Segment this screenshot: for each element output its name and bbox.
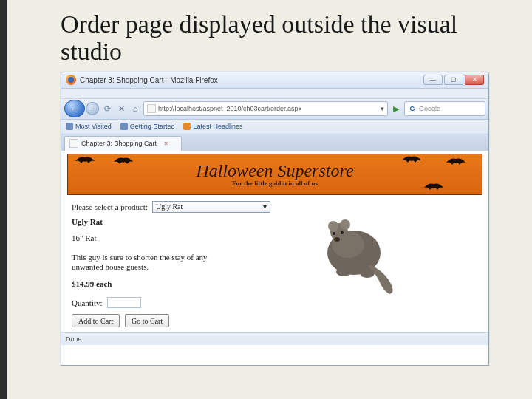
url-dropdown-icon[interactable]: ▾	[381, 105, 384, 112]
quantity-label: Quantity:	[72, 299, 103, 307]
reload-button[interactable]: ⟳	[101, 103, 113, 115]
product-price: $14.99 each	[72, 279, 478, 288]
product-select[interactable]: Ugly Rat ▾	[152, 201, 270, 213]
svg-point-7	[334, 237, 340, 242]
svg-point-3	[328, 221, 338, 231]
rss-icon	[183, 123, 191, 130]
window-buttons: — ▢ ✕	[423, 75, 484, 85]
selected-option: Ugly Rat	[156, 202, 183, 211]
home-icon: ⌂	[133, 104, 138, 113]
back-button[interactable]: ←	[64, 100, 85, 117]
menu-bar[interactable]	[61, 89, 488, 99]
bat-icon	[74, 156, 96, 166]
search-box[interactable]: G Google	[404, 101, 485, 116]
bookmark-getting-started[interactable]: Getting Started	[120, 123, 175, 130]
stop-button[interactable]: ✕	[115, 103, 127, 115]
navigation-toolbar: ← → ⟳ ✕ ⌂ http://localhost/aspnet_2010/c…	[61, 99, 488, 120]
tab-shopping-cart[interactable]: Chapter 3: Shopping Cart ×	[64, 136, 182, 151]
forward-button[interactable]: →	[86, 102, 99, 115]
search-placeholder: Google	[419, 105, 440, 112]
bookmark-most-visited[interactable]: Most Visited	[66, 123, 112, 130]
tab-label: Chapter 3: Shopping Cart	[81, 140, 157, 147]
forward-arrow-icon: →	[89, 105, 96, 112]
back-arrow-icon: ←	[70, 103, 79, 114]
bookmark-icon	[120, 123, 128, 130]
svg-point-10	[330, 258, 342, 265]
button-label: Go to Cart	[132, 317, 163, 325]
product-image	[304, 204, 407, 300]
svg-point-9	[360, 269, 375, 278]
select-label: Please select a product:	[72, 202, 148, 211]
site-favicon	[147, 104, 156, 113]
window-title: Chapter 3: Shopping Cart - Mozilla Firef…	[80, 76, 218, 84]
bookmark-label: Getting Started	[130, 123, 175, 130]
tab-close-icon[interactable]: ×	[164, 140, 168, 147]
page-content: Halloween Superstore For the little gobl…	[61, 151, 488, 365]
bookmark-label: Latest Headlines	[193, 123, 242, 130]
svg-point-5	[332, 232, 335, 235]
minimize-button[interactable]: —	[423, 75, 443, 85]
tab-strip: Chapter 3: Shopping Cart ×	[61, 134, 488, 151]
add-to-cart-button[interactable]: Add to Cart	[72, 314, 120, 327]
bookmarks-toolbar: Most Visited Getting Started Latest Head…	[61, 120, 488, 134]
bat-icon	[400, 155, 423, 166]
url-text: http://localhost/aspnet_2010/ch03cart/or…	[158, 105, 378, 112]
store-banner: Halloween Superstore For the little gobl…	[67, 154, 482, 195]
status-text: Done	[66, 335, 82, 343]
stop-icon: ✕	[118, 104, 125, 114]
tab-favicon	[69, 139, 78, 148]
reload-icon: ⟳	[104, 104, 111, 114]
bookmark-icon	[66, 123, 73, 130]
product-name: Ugly Rat	[72, 217, 478, 226]
go-button[interactable]: ▶	[390, 103, 402, 115]
svg-point-8	[336, 267, 351, 276]
svg-point-4	[340, 219, 350, 230]
go-to-cart-button[interactable]: Go to Cart	[125, 314, 169, 327]
chevron-down-icon: ▾	[263, 202, 267, 211]
slide-title: Order page displayed outside the visual …	[61, 10, 517, 66]
button-label: Add to Cart	[78, 317, 113, 325]
home-button[interactable]: ⌂	[129, 103, 141, 115]
quantity-input[interactable]	[107, 297, 141, 308]
google-icon: G	[408, 104, 417, 113]
bat-icon	[445, 157, 467, 168]
slide: Order page displayed outside the visual …	[0, 0, 532, 399]
bookmark-latest-headlines[interactable]: Latest Headlines	[183, 123, 242, 130]
address-bar[interactable]: http://localhost/aspnet_2010/ch03cart/or…	[143, 101, 388, 116]
close-button[interactable]: ✕	[465, 75, 484, 85]
order-form: Please select a product: Ugly Rat ▾ Ugly…	[61, 197, 488, 332]
banner-subtitle: For the little goblin in all of us	[232, 180, 318, 187]
product-size: 16" Rat	[72, 233, 478, 242]
maximize-button[interactable]: ▢	[444, 75, 463, 85]
product-description: This guy is sure to shorten the stay of …	[72, 253, 234, 272]
banner-title: Halloween Superstore	[196, 162, 353, 180]
window-title-bar: Chapter 3: Shopping Cart - Mozilla Firef…	[61, 72, 488, 89]
status-bar: Done	[61, 332, 488, 345]
bat-icon	[423, 183, 445, 193]
browser-window: Chapter 3: Shopping Cart - Mozilla Firef…	[61, 72, 489, 366]
bookmark-label: Most Visited	[75, 123, 112, 130]
firefox-icon	[66, 75, 76, 85]
svg-point-6	[341, 231, 344, 234]
bat-icon	[112, 157, 134, 167]
go-icon: ▶	[393, 104, 399, 114]
